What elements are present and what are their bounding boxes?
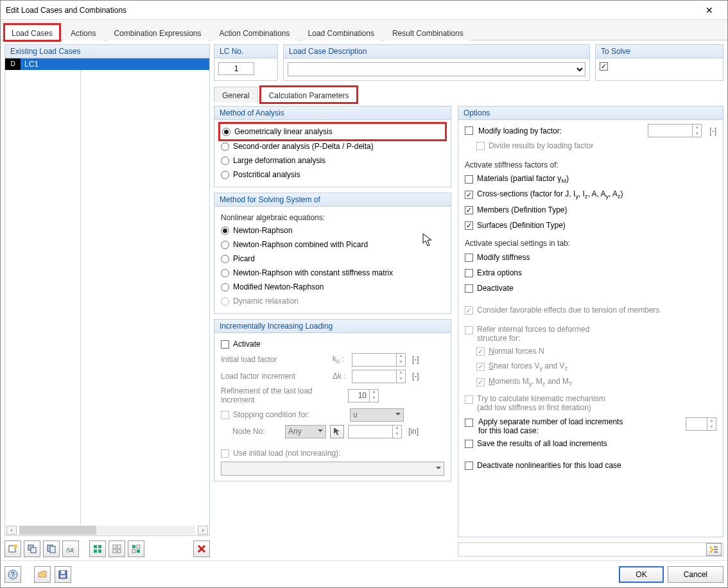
close-icon[interactable]: ✕	[697, 5, 722, 15]
save-results-check[interactable]: Save the results of all load increments	[465, 437, 716, 451]
radio-large-deformation[interactable]: Large deformation analysis	[221, 153, 444, 168]
svg-rect-9	[98, 545, 101, 548]
stop-cond-select: u	[350, 408, 404, 422]
tab-load-cases[interactable]: Load Cases	[4, 24, 60, 40]
cancel-button[interactable]: Cancel	[668, 566, 724, 583]
load-case-tag: D	[5, 58, 21, 70]
sep-inc-check[interactable]	[465, 419, 473, 427]
delete-button[interactable]	[193, 540, 210, 557]
act-stiff-header: Activate stiffness factors of:	[465, 160, 716, 169]
stop-cond-check	[221, 411, 229, 419]
tab-action-combinations[interactable]: Action Combinations	[212, 24, 297, 40]
radio-label: Picard	[233, 254, 255, 263]
surfaces-check[interactable]: Surfaces (Definition Type)	[465, 218, 716, 232]
lc-desc-header: Load Case Description	[284, 45, 589, 58]
svg-rect-8	[94, 545, 97, 548]
load-inc-row: Load factor increment Δk : ▲▼ [-]	[221, 368, 444, 385]
invert-button[interactable]	[128, 540, 144, 557]
radio-postcritical[interactable]: Postcritical analysis	[221, 168, 444, 182]
init-factor-input: ▲▼	[352, 353, 406, 367]
subtab-general[interactable]: General	[214, 87, 258, 103]
moments-row: Moments My, Mz and MT	[465, 375, 716, 389]
refer-forces-row: Refer internal forces to deformedstructu…	[465, 325, 716, 343]
tab-result-combinations[interactable]: Result Combinations	[385, 24, 471, 40]
svg-rect-20	[714, 546, 718, 548]
deselect-all-button[interactable]	[108, 540, 125, 557]
load-case-row[interactable]: D LC1	[5, 58, 209, 70]
copy-button[interactable]	[43, 540, 60, 557]
div-results-row: Divide results by loading factor	[465, 139, 716, 153]
to-solve-header: To Solve	[596, 45, 723, 58]
to-solve-checkbox[interactable]	[600, 62, 608, 71]
radio-label: Large deformation analysis	[233, 156, 325, 165]
left-toolbar: AB	[4, 539, 210, 557]
svg-rect-5	[50, 546, 55, 553]
members-check[interactable]: Members (Definition Type)	[465, 203, 716, 217]
radio-label: Newton-Raphson	[233, 226, 293, 235]
act-special-header: Activate special settings in tab:	[465, 239, 716, 248]
help-button[interactable]: ?	[4, 566, 21, 583]
deact-nl-check[interactable]: Deactivate nonlinearities for this load …	[465, 458, 716, 472]
tab-combination-expressions[interactable]: Combination Expressions	[107, 24, 208, 40]
svg-rect-13	[117, 545, 121, 548]
svg-rect-11	[98, 549, 101, 553]
tab-actions[interactable]: Actions	[64, 24, 103, 40]
horizontal-scrollbar[interactable]: ‹ ›	[5, 525, 209, 535]
use-initial-select	[221, 462, 444, 476]
lc-no-input[interactable]	[218, 62, 254, 75]
mod-stiff-check[interactable]: Modify stiffness	[465, 250, 716, 264]
svg-rect-10	[94, 549, 97, 553]
activate-checkbox-row[interactable]: Activate	[221, 337, 444, 351]
svg-rect-27	[60, 575, 65, 578]
radio-mod-nr[interactable]: Modified Newton-Raphson	[221, 280, 444, 294]
use-initial-check	[221, 449, 229, 458]
select-all-button[interactable]	[89, 540, 106, 557]
lc-desc-select[interactable]	[288, 62, 585, 76]
radio-nr-picard[interactable]: Newton-Raphson combined with Picard	[221, 238, 444, 252]
deactivate-check[interactable]: Deactivate	[465, 281, 716, 295]
svg-text:?: ?	[11, 571, 15, 578]
radio-nr-const-stiff[interactable]: Newton-Raphson with constant stiffness m…	[221, 266, 444, 280]
subtab-calculation-parameters[interactable]: Calculation Parameters	[261, 87, 358, 103]
radio-label: Geometrically linear analysis	[234, 127, 333, 136]
radio-label: Postcritical analysis	[233, 170, 300, 179]
save-file-button[interactable]	[55, 566, 71, 583]
mod-load-label: Modify loading by factor:	[478, 126, 643, 135]
radio-picard[interactable]: Picard	[221, 252, 444, 266]
activate-label: Activate	[233, 340, 261, 349]
radio-newton-raphson[interactable]: Newton-Raphson	[221, 223, 444, 238]
radio-second-order[interactable]: Second-order analysis (P-Delta / P-delta…	[221, 139, 444, 153]
materials-check[interactable]: Materials (partial factor γM)	[465, 172, 716, 186]
use-initial-row: Use initial load (not increasing):	[221, 445, 444, 462]
ok-button[interactable]: OK	[619, 566, 663, 583]
svg-rect-17	[137, 545, 140, 548]
load-case-grid[interactable]	[5, 70, 209, 525]
svg-rect-22	[714, 551, 718, 553]
fav-tension-row: Consider favorable effects due to tensio…	[465, 303, 716, 317]
mod-load-input: ▲▼	[648, 124, 702, 137]
load-case-name: LC1	[21, 60, 78, 69]
inc-loading-header: Incrementally Increasing Loading	[214, 320, 451, 333]
new-button[interactable]	[4, 540, 21, 557]
lc-no-header: LC No.	[214, 45, 277, 58]
radio-label: Dynamic relaxation	[233, 297, 299, 306]
radio-geom-linear[interactable]: Geometrically linear analysis	[221, 125, 444, 139]
cross-sections-check[interactable]: Cross-sections (factor for J, Iy, Iz, A,…	[465, 187, 716, 202]
shear-row: Shear forces Vy and Vz	[465, 359, 716, 374]
details-button[interactable]	[706, 543, 722, 556]
radio-dynamic-relax: Dynamic relaxation	[221, 294, 444, 308]
rename-button[interactable]: AB	[62, 540, 79, 557]
scroll-left-icon[interactable]: ‹	[6, 526, 17, 535]
svg-rect-21	[714, 549, 718, 550]
svg-point-1	[13, 544, 17, 548]
mod-load-check[interactable]	[465, 126, 473, 135]
svg-rect-14	[113, 549, 116, 553]
svg-rect-3	[31, 548, 36, 553]
method-solve-header: Method for Solving System of	[214, 193, 451, 207]
tab-load-combinations[interactable]: Load Combinations	[301, 24, 381, 40]
cascade-button[interactable]	[24, 540, 40, 557]
extra-options-check[interactable]: Extra options	[465, 266, 716, 280]
open-file-button[interactable]	[34, 566, 51, 583]
titlebar: Edit Load Cases and Combinations ✕	[1, 1, 727, 20]
scroll-right-icon[interactable]: ›	[198, 526, 208, 535]
